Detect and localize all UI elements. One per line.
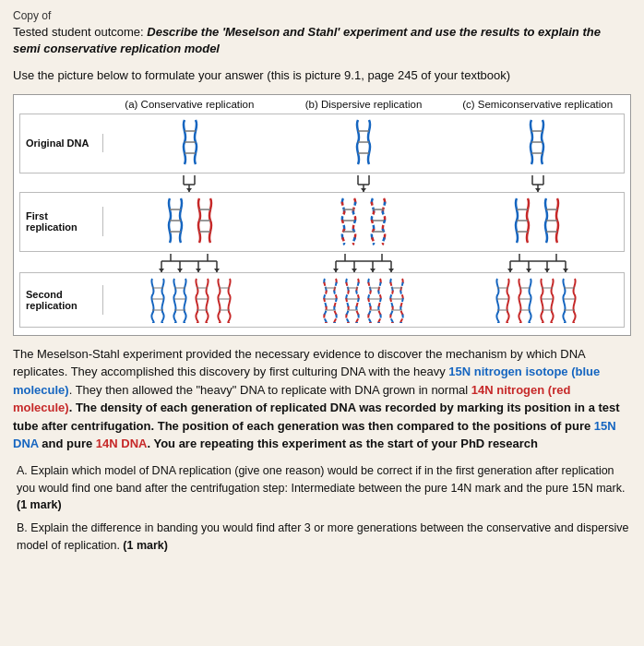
row3-content: [103, 273, 624, 327]
copy-of-label: Copy of: [13, 9, 631, 22]
dna-helix-c2-2: [539, 197, 565, 247]
svg-marker-18: [361, 188, 366, 192]
arrow-row-1: [102, 175, 625, 192]
dna-a3-1: [148, 277, 168, 323]
arrow-c-down: [519, 175, 556, 192]
dna-b3-1: [320, 277, 340, 323]
dna-helix-c1: [524, 118, 550, 169]
dna-a3-3: [192, 277, 212, 323]
svg-marker-50: [177, 269, 183, 272]
svg-marker-23: [535, 188, 541, 192]
arrow-b-branch: [327, 254, 400, 272]
col-b-row3: [278, 277, 448, 323]
col-a-label: (a) Conservative replication: [102, 99, 277, 110]
dna-c3-4: [559, 277, 579, 323]
question-b: B. Explain the difference in banding you…: [17, 520, 631, 555]
svg-marker-71: [507, 269, 513, 272]
dna-helix-b1: [351, 118, 376, 169]
row-original-dna: Original DNA: [19, 114, 625, 173]
svg-marker-62: [370, 269, 376, 272]
questions-section: A. Explain which model of DNA replicatio…: [13, 462, 631, 555]
col-a-row1: [177, 118, 203, 169]
arrow-c-branch: [501, 254, 575, 272]
col-c-label: (c) Semiconservative replication: [450, 99, 625, 110]
dna-helix-a2-red: [192, 197, 218, 247]
question-a-prefix: A.: [17, 464, 30, 477]
question-b-text: Explain the difference in banding you wo…: [17, 521, 628, 552]
row-second-replication: Second replication: [19, 272, 625, 328]
svg-marker-74: [563, 269, 568, 272]
svg-marker-61: [352, 269, 357, 272]
question-b-mark: (1 mark): [123, 539, 168, 552]
row3-label: Second replication: [20, 285, 103, 315]
dna-helix-a1: [177, 118, 203, 169]
svg-marker-51: [196, 269, 201, 272]
svg-marker-60: [333, 269, 339, 272]
svg-marker-49: [159, 269, 164, 272]
dna-b3-4: [387, 277, 407, 323]
dna-a3-2: [170, 277, 190, 323]
svg-marker-73: [544, 269, 550, 272]
dna-helix-b2-2: [365, 197, 391, 247]
dna-helix-a2-blue: [162, 197, 188, 247]
arrow-a-branch: [152, 254, 226, 272]
question-b-prefix: B.: [17, 521, 30, 534]
dna-helix-c2-1: [509, 197, 535, 247]
para-red2: 14N DNA: [96, 437, 148, 450]
row2-content: [103, 193, 624, 251]
row1-label: Original DNA: [20, 134, 103, 152]
col-c-row3: [451, 277, 622, 323]
row1-content: [103, 114, 624, 173]
dna-c3-3: [537, 277, 557, 323]
tested-prefix: Tested student outcome:: [13, 25, 147, 39]
question-a: A. Explain which model of DNA replicatio…: [17, 462, 631, 514]
col-b-row1: [351, 118, 376, 169]
dna-b3-3: [364, 277, 385, 323]
svg-marker-13: [186, 188, 192, 192]
row-first-replication: First replication: [19, 192, 625, 252]
arrow-a-down: [171, 175, 208, 192]
dna-a3-4: [214, 277, 234, 323]
row2-label: First replication: [20, 207, 103, 236]
arrow-row-2: [102, 254, 625, 272]
dna-b3-2: [342, 277, 363, 323]
dna-c3-2: [515, 277, 535, 323]
para-text2: . They then allowed the "heavy" DNA to r…: [69, 383, 471, 397]
para-text4: and pure: [39, 437, 96, 450]
col-b-label: (b) Dispersive replication: [277, 99, 451, 110]
para-text5: . You are repeating this experiment as t…: [147, 437, 538, 450]
dna-c3-1: [493, 277, 513, 323]
dna-helix-b2-1: [336, 197, 362, 247]
col-a-row3: [105, 277, 276, 323]
tested-outcome: Tested student outcome: Describe the 'Me…: [13, 24, 631, 57]
arrow-b-down: [345, 175, 382, 192]
question-a-text: Explain which model of DNA replication (…: [17, 464, 625, 495]
col-b-row2: [336, 197, 391, 247]
question-a-mark: (1 mark): [17, 498, 62, 511]
main-paragraph: The Meselson-Stahl experiment provided t…: [13, 345, 631, 453]
para-text3: . The density of each generation of repl…: [13, 401, 620, 433]
col-c-row1: [524, 118, 550, 169]
diagram-container: (a) Conservative replication (b) Dispers…: [13, 94, 631, 336]
col-c-row2: [509, 197, 565, 247]
svg-marker-72: [526, 269, 531, 272]
svg-marker-52: [214, 269, 220, 272]
col-a-row2: [162, 197, 218, 247]
svg-marker-63: [388, 269, 394, 272]
use-picture-text: Use the picture below to formulate your …: [13, 66, 631, 85]
page-wrapper: Copy of Tested student outcome: Describe…: [13, 9, 631, 555]
